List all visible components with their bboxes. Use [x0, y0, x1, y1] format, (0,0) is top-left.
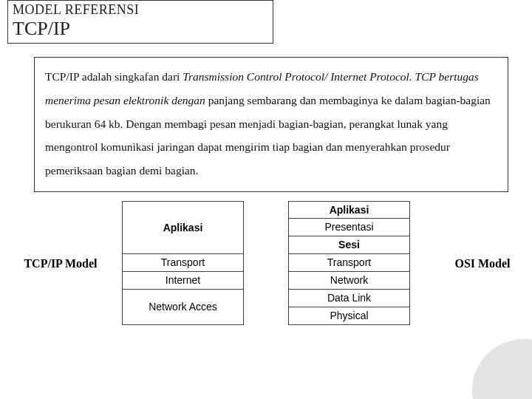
tcpip-layer-network-access: Network Acces [122, 290, 244, 325]
osi-model-label: OSI Model [442, 257, 523, 270]
osi-layer-datalink: Data Link [288, 290, 410, 307]
desc-seg1: TCP/IP adalah singkafan dari [45, 70, 183, 83]
osi-layer-network: Network [288, 272, 410, 290]
title-line1: MODEL REFERENSI [13, 2, 268, 18]
osi-layer-physical: Physical [288, 307, 410, 325]
tcpip-layer-internet: Internet [122, 272, 244, 290]
model-comparison-area: TCP/IP Model OSI Model Aplikasi Transpor… [0, 200, 532, 325]
osi-layer-session: Sesi [288, 236, 410, 254]
osi-layer-presentation: Presentasi [288, 219, 410, 236]
tcpip-model-label: TCP/IP Model [9, 257, 112, 270]
description-box: TCP/IP adalah singkafan dari Transmissio… [34, 57, 508, 192]
decorative-circle [472, 339, 532, 399]
osi-layer-application: Aplikasi [288, 201, 410, 219]
title-box: MODEL REFERENSI TCP/IP [7, 0, 273, 44]
osi-layer-transport: Transport [288, 254, 410, 272]
tcpip-column: Aplikasi Transport Internet Network Acce… [122, 201, 244, 325]
tcpip-layer-transport: Transport [122, 254, 244, 272]
osi-column: Aplikasi Presentasi Sesi Transport Netwo… [288, 201, 410, 325]
tcpip-layer-application: Aplikasi [122, 201, 244, 254]
title-line2: TCP/IP [13, 18, 268, 40]
description-text: TCP/IP adalah singkafan dari Transmissio… [45, 65, 497, 183]
